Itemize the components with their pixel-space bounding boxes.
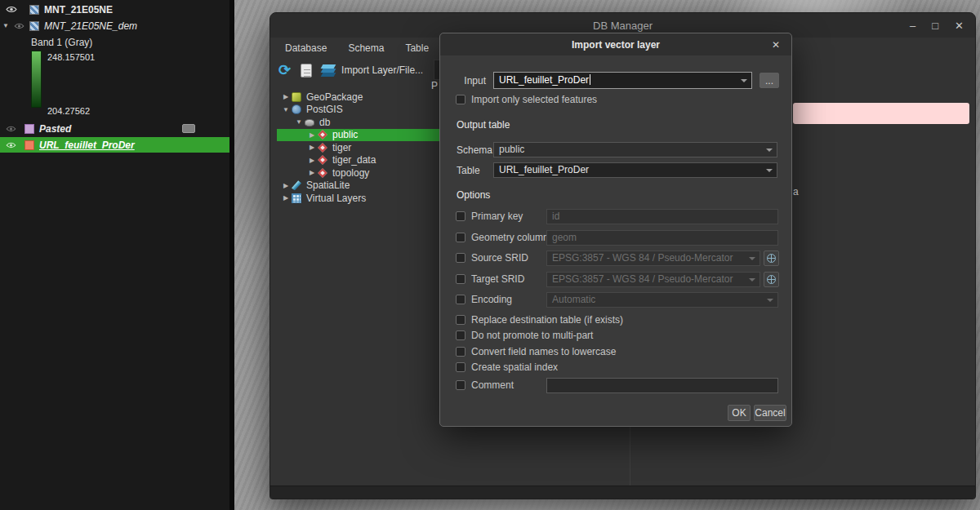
- spatial-index-checkbox[interactable]: [456, 362, 466, 372]
- expand-icon[interactable]: ▶: [306, 144, 318, 151]
- dialog-titlebar[interactable]: Import vector layer: [440, 33, 791, 55]
- menu-schema[interactable]: Schema: [348, 42, 384, 54]
- primary-key-label: Primary key: [471, 211, 523, 222]
- dropdown-icon[interactable]: [741, 79, 747, 82]
- output-table-heading: Output table: [457, 119, 510, 131]
- eye-icon-dim[interactable]: [11, 20, 26, 32]
- sql-window-icon[interactable]: [301, 64, 312, 78]
- tree-item-label: topology: [332, 167, 369, 179]
- qgis-screen: MNT_21E05NE ▼ MNT_21E05NE_dem Band 1 (Gr…: [0, 0, 980, 510]
- browse-button[interactable]: ...: [760, 73, 779, 88]
- input-label: Input: [447, 75, 486, 86]
- layer-item-mnt-dem[interactable]: ▼ MNT_21E05NE_dem: [0, 18, 229, 33]
- dropdown-icon[interactable]: [766, 169, 773, 172]
- maximize-button[interactable]: □: [932, 20, 938, 32]
- tree-item-label: tiger_data: [332, 154, 376, 166]
- database-icon: [305, 119, 314, 126]
- eye-icon-dim[interactable]: [0, 123, 21, 135]
- target-srid-picker-button[interactable]: [764, 272, 779, 287]
- import-selected-checkbox[interactable]: [456, 95, 466, 104]
- color-ramp: [31, 51, 42, 108]
- source-srid-picker-button[interactable]: [764, 251, 779, 266]
- layers-panel-edge: [229, 0, 234, 510]
- layer-item-mnt[interactable]: MNT_21E05NE: [0, 2, 229, 17]
- dropdown-icon: [749, 278, 755, 282]
- menu-table[interactable]: Table: [405, 42, 429, 54]
- encoding-checkbox[interactable]: [456, 295, 466, 304]
- comment-checkbox[interactable]: [456, 380, 466, 390]
- collapse-icon[interactable]: ▼: [280, 106, 292, 113]
- target-srid-label: Target SRID: [471, 273, 524, 285]
- schema-value: public: [499, 144, 524, 155]
- menu-database[interactable]: Database: [285, 42, 327, 54]
- vector-layer-icon: [24, 140, 34, 150]
- schema-combobox[interactable]: public: [493, 142, 777, 157]
- lowercase-fields-checkbox[interactable]: [456, 347, 466, 357]
- layer-label: Pasted: [39, 123, 71, 135]
- geopackage-icon: [292, 92, 301, 102]
- import-selected-label: Import only selected features: [471, 94, 597, 105]
- primary-key-checkbox[interactable]: [456, 211, 466, 221]
- text-fragment-a: a: [793, 186, 799, 197]
- text-caret: [590, 74, 590, 85]
- geometry-column-field: geom: [546, 230, 778, 246]
- expand-icon[interactable]: ▶: [280, 194, 292, 202]
- expand-icon[interactable]: ▶: [280, 93, 292, 100]
- target-srid-value: EPSG:3857 - WGS 84 / Pseudo-Mercator: [552, 273, 733, 285]
- ramp-max-value: 248.157501: [47, 52, 95, 62]
- primary-key-field: id: [546, 209, 778, 224]
- dialog-close-icon[interactable]: ✕: [768, 38, 783, 52]
- table-label: Table: [457, 165, 480, 176]
- raster-layer-icon: [29, 5, 39, 15]
- raster-layer-icon: [29, 21, 39, 31]
- expand-icon[interactable]: ▶: [306, 169, 318, 176]
- input-combobox[interactable]: URL_feuillet_ProDer: [493, 72, 752, 89]
- replace-table-label: Replace destination table (if exists): [471, 314, 623, 326]
- table-combobox[interactable]: URL_feuillet_ProDer: [493, 162, 777, 178]
- schema-label: Schema: [457, 144, 492, 156]
- source-srid-checkbox[interactable]: [456, 253, 466, 263]
- expand-icon[interactable]: ▶: [280, 182, 292, 189]
- no-multipart-checkbox[interactable]: [456, 330, 466, 340]
- window-footer: [270, 486, 975, 499]
- edit-indicator-icon: [182, 124, 195, 133]
- dropdown-icon[interactable]: [766, 149, 773, 152]
- import-layer-icon: [322, 64, 336, 76]
- dialog-title: Import vector layer: [572, 39, 660, 51]
- schema-icon: [318, 168, 327, 177]
- geometry-column-value: geom: [552, 232, 577, 243]
- eye-icon-dim[interactable]: [0, 140, 21, 151]
- layer-label: MNT_21E05NE: [44, 4, 113, 16]
- layer-label: MNT_21E05NE_dem: [44, 20, 137, 32]
- target-srid-checkbox[interactable]: [456, 274, 466, 284]
- vector-layer-icon: [24, 124, 34, 134]
- layer-item-url-feuillet[interactable]: URL_feuillet_ProDer: [0, 137, 229, 153]
- window-title: DB Manager: [593, 20, 653, 32]
- tree-item-label: public: [332, 129, 358, 140]
- eye-icon[interactable]: [0, 4, 23, 16]
- geometry-column-checkbox[interactable]: [456, 233, 466, 242]
- collapse-icon[interactable]: ▼: [293, 118, 305, 126]
- minimize-button[interactable]: –: [910, 20, 915, 32]
- ok-button[interactable]: OK: [728, 405, 751, 421]
- import-layer-button[interactable]: Import Layer/File...: [322, 64, 423, 76]
- expand-icon[interactable]: ▶: [306, 157, 318, 164]
- layers-panel: MNT_21E05NE ▼ MNT_21E05NE_dem Band 1 (Gr…: [0, 0, 229, 510]
- collapse-icon[interactable]: ▼: [0, 22, 11, 29]
- text-fragment-p: P: [431, 80, 438, 91]
- encoding-label: Encoding: [471, 294, 512, 305]
- message-bar: [793, 103, 969, 124]
- encoding-combobox: Automatic: [546, 292, 778, 308]
- lowercase-fields-label: Convert field names to lowercase: [471, 346, 616, 357]
- source-srid-combobox: EPSG:3857 - WGS 84 / Pseudo-Mercator: [546, 251, 760, 266]
- close-button[interactable]: ✕: [955, 20, 964, 32]
- cancel-button[interactable]: Cancel: [754, 405, 786, 421]
- comment-field[interactable]: [546, 378, 778, 393]
- layer-label: URL_feuillet_ProDer: [39, 140, 135, 151]
- refresh-icon[interactable]: ⟳: [278, 62, 291, 78]
- encoding-value: Automatic: [552, 294, 595, 305]
- expand-icon[interactable]: ▶: [306, 131, 318, 139]
- input-value: URL_feuillet_ProDer: [499, 74, 589, 86]
- replace-table-checkbox[interactable]: [456, 315, 466, 325]
- layer-item-pasted[interactable]: Pasted: [0, 121, 229, 136]
